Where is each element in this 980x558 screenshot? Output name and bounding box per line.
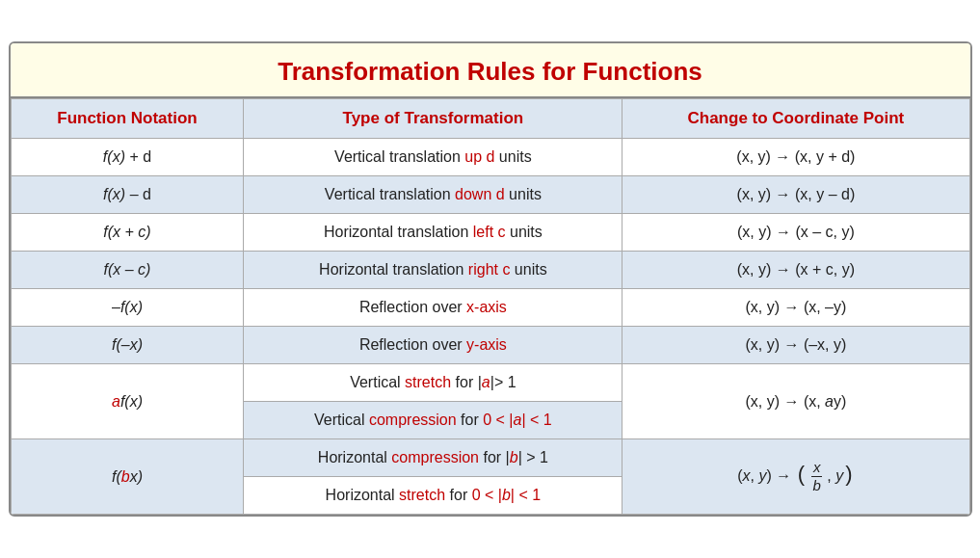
fraction-numerator: x [811, 459, 823, 477]
fraction-denominator: b [811, 477, 823, 494]
transform-cell-afx-1: Vertical stretch for |a|> 1 [244, 364, 622, 402]
fn-cell: f(x + c) [11, 214, 244, 252]
table-row: –f(x) Reflection over x-axis (x, y) → (x… [11, 289, 969, 327]
fn-cell: f(x) – d [11, 176, 244, 214]
coord-cell-fbxy: (x, y) → ( x b , y) [622, 439, 969, 515]
coord-cell: (x, y) → (x, y + d) [622, 139, 969, 176]
transformation-table-wrapper: Transformation Rules for Functions Funct… [9, 41, 972, 517]
table-title: Transformation Rules for Functions [11, 43, 970, 98]
coord-cell: (x, y) → (–x, y) [622, 327, 969, 364]
transform-cell: Horizontal translation left c units [244, 214, 622, 252]
table-row: f(x + c) Horizontal translation left c u… [11, 214, 969, 252]
coord-cell: (x, y) → (x + c, y) [622, 252, 969, 289]
table-row: af(x) Vertical stretch for |a|> 1 (x, y)… [11, 364, 969, 402]
fn-cell-afx: af(x) [11, 364, 244, 439]
col3-header: Change to Coordinate Point [622, 99, 969, 139]
transform-cell-fbx-1: Horizontal compression for |b| > 1 [244, 439, 622, 477]
transform-cell: Horizontal translation right c units [244, 252, 622, 289]
col2-header: Type of Transformation [244, 99, 622, 139]
transform-cell: Reflection over x-axis [244, 289, 622, 327]
transform-cell: Vertical translation up d units [244, 139, 622, 176]
table-row: f(x) – d Vertical translation down d uni… [11, 176, 969, 214]
coord-cell: (x, y) → (x – c, y) [622, 214, 969, 252]
fn-cell: f(x) + d [11, 139, 244, 176]
fn-cell-fbx: f(bx) [11, 439, 244, 515]
coord-cell-afxy: (x, y) → (x, ay) [622, 364, 969, 439]
fn-cell: f(x – c) [11, 252, 244, 289]
transform-cell-fbx-2: Horizontal stretch for 0 < |b| < 1 [244, 477, 622, 515]
coord-cell: (x, y) → (x, y – d) [622, 176, 969, 214]
transform-cell-afx-2: Vertical compression for 0 < |a| < 1 [244, 402, 622, 439]
transform-cell: Vertical translation down d units [244, 176, 622, 214]
fn-cell: f(–x) [11, 327, 244, 364]
table-row: f(bx) Horizontal compression for |b| > 1… [11, 439, 969, 477]
fn-cell: –f(x) [11, 289, 244, 327]
transform-cell: Reflection over y-axis [244, 327, 622, 364]
table-row: f(–x) Reflection over y-axis (x, y) → (–… [11, 327, 969, 364]
col1-header: Function Notation [11, 99, 244, 139]
coord-cell: (x, y) → (x, –y) [622, 289, 969, 327]
header-row: Function Notation Type of Transformation… [11, 99, 969, 139]
transformation-table: Function Notation Type of Transformation… [11, 98, 970, 515]
table-row: f(x) + d Vertical translation up d units… [11, 139, 969, 176]
table-row: f(x – c) Horizontal translation right c … [11, 252, 969, 289]
